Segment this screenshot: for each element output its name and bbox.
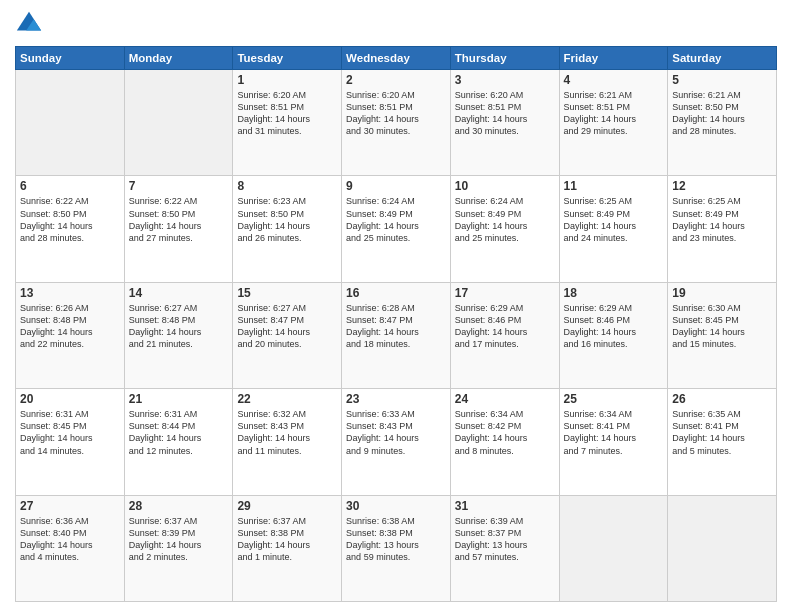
day-number: 14 bbox=[129, 286, 229, 300]
day-info: Sunrise: 6:31 AM Sunset: 8:44 PM Dayligh… bbox=[129, 408, 229, 457]
day-number: 12 bbox=[672, 179, 772, 193]
day-number: 18 bbox=[564, 286, 664, 300]
day-header-saturday: Saturday bbox=[668, 47, 777, 70]
calendar-cell: 20Sunrise: 6:31 AM Sunset: 8:45 PM Dayli… bbox=[16, 389, 125, 495]
calendar-cell bbox=[16, 70, 125, 176]
day-number: 25 bbox=[564, 392, 664, 406]
week-row-5: 27Sunrise: 6:36 AM Sunset: 8:40 PM Dayli… bbox=[16, 495, 777, 601]
day-header-thursday: Thursday bbox=[450, 47, 559, 70]
day-number: 9 bbox=[346, 179, 446, 193]
calendar-cell: 17Sunrise: 6:29 AM Sunset: 8:46 PM Dayli… bbox=[450, 282, 559, 388]
logo bbox=[15, 10, 45, 38]
calendar-cell: 5Sunrise: 6:21 AM Sunset: 8:50 PM Daylig… bbox=[668, 70, 777, 176]
day-header-friday: Friday bbox=[559, 47, 668, 70]
day-info: Sunrise: 6:28 AM Sunset: 8:47 PM Dayligh… bbox=[346, 302, 446, 351]
calendar-cell: 25Sunrise: 6:34 AM Sunset: 8:41 PM Dayli… bbox=[559, 389, 668, 495]
calendar-cell: 11Sunrise: 6:25 AM Sunset: 8:49 PM Dayli… bbox=[559, 176, 668, 282]
day-number: 19 bbox=[672, 286, 772, 300]
day-number: 8 bbox=[237, 179, 337, 193]
header-row: SundayMondayTuesdayWednesdayThursdayFrid… bbox=[16, 47, 777, 70]
day-info: Sunrise: 6:33 AM Sunset: 8:43 PM Dayligh… bbox=[346, 408, 446, 457]
calendar-cell: 10Sunrise: 6:24 AM Sunset: 8:49 PM Dayli… bbox=[450, 176, 559, 282]
logo-icon bbox=[15, 10, 43, 38]
calendar-cell: 8Sunrise: 6:23 AM Sunset: 8:50 PM Daylig… bbox=[233, 176, 342, 282]
calendar-cell: 23Sunrise: 6:33 AM Sunset: 8:43 PM Dayli… bbox=[342, 389, 451, 495]
day-info: Sunrise: 6:27 AM Sunset: 8:47 PM Dayligh… bbox=[237, 302, 337, 351]
day-info: Sunrise: 6:20 AM Sunset: 8:51 PM Dayligh… bbox=[346, 89, 446, 138]
day-info: Sunrise: 6:20 AM Sunset: 8:51 PM Dayligh… bbox=[237, 89, 337, 138]
day-info: Sunrise: 6:37 AM Sunset: 8:39 PM Dayligh… bbox=[129, 515, 229, 564]
header bbox=[15, 10, 777, 38]
calendar-cell: 13Sunrise: 6:26 AM Sunset: 8:48 PM Dayli… bbox=[16, 282, 125, 388]
day-number: 10 bbox=[455, 179, 555, 193]
day-number: 13 bbox=[20, 286, 120, 300]
day-number: 28 bbox=[129, 499, 229, 513]
calendar-cell: 27Sunrise: 6:36 AM Sunset: 8:40 PM Dayli… bbox=[16, 495, 125, 601]
day-number: 27 bbox=[20, 499, 120, 513]
calendar-cell: 16Sunrise: 6:28 AM Sunset: 8:47 PM Dayli… bbox=[342, 282, 451, 388]
day-number: 17 bbox=[455, 286, 555, 300]
calendar-cell bbox=[559, 495, 668, 601]
day-number: 2 bbox=[346, 73, 446, 87]
calendar-header: SundayMondayTuesdayWednesdayThursdayFrid… bbox=[16, 47, 777, 70]
day-number: 1 bbox=[237, 73, 337, 87]
calendar-cell: 24Sunrise: 6:34 AM Sunset: 8:42 PM Dayli… bbox=[450, 389, 559, 495]
calendar-cell: 9Sunrise: 6:24 AM Sunset: 8:49 PM Daylig… bbox=[342, 176, 451, 282]
day-number: 26 bbox=[672, 392, 772, 406]
day-info: Sunrise: 6:32 AM Sunset: 8:43 PM Dayligh… bbox=[237, 408, 337, 457]
day-number: 30 bbox=[346, 499, 446, 513]
day-info: Sunrise: 6:26 AM Sunset: 8:48 PM Dayligh… bbox=[20, 302, 120, 351]
day-info: Sunrise: 6:21 AM Sunset: 8:51 PM Dayligh… bbox=[564, 89, 664, 138]
day-info: Sunrise: 6:20 AM Sunset: 8:51 PM Dayligh… bbox=[455, 89, 555, 138]
calendar-cell: 28Sunrise: 6:37 AM Sunset: 8:39 PM Dayli… bbox=[124, 495, 233, 601]
calendar-cell: 3Sunrise: 6:20 AM Sunset: 8:51 PM Daylig… bbox=[450, 70, 559, 176]
calendar-cell: 2Sunrise: 6:20 AM Sunset: 8:51 PM Daylig… bbox=[342, 70, 451, 176]
week-row-3: 13Sunrise: 6:26 AM Sunset: 8:48 PM Dayli… bbox=[16, 282, 777, 388]
day-number: 15 bbox=[237, 286, 337, 300]
day-info: Sunrise: 6:30 AM Sunset: 8:45 PM Dayligh… bbox=[672, 302, 772, 351]
day-info: Sunrise: 6:39 AM Sunset: 8:37 PM Dayligh… bbox=[455, 515, 555, 564]
calendar-cell bbox=[124, 70, 233, 176]
day-number: 3 bbox=[455, 73, 555, 87]
day-info: Sunrise: 6:38 AM Sunset: 8:38 PM Dayligh… bbox=[346, 515, 446, 564]
calendar-cell: 15Sunrise: 6:27 AM Sunset: 8:47 PM Dayli… bbox=[233, 282, 342, 388]
calendar-cell: 18Sunrise: 6:29 AM Sunset: 8:46 PM Dayli… bbox=[559, 282, 668, 388]
day-number: 6 bbox=[20, 179, 120, 193]
day-header-wednesday: Wednesday bbox=[342, 47, 451, 70]
calendar-cell: 30Sunrise: 6:38 AM Sunset: 8:38 PM Dayli… bbox=[342, 495, 451, 601]
calendar-cell: 6Sunrise: 6:22 AM Sunset: 8:50 PM Daylig… bbox=[16, 176, 125, 282]
day-number: 31 bbox=[455, 499, 555, 513]
day-info: Sunrise: 6:23 AM Sunset: 8:50 PM Dayligh… bbox=[237, 195, 337, 244]
day-info: Sunrise: 6:34 AM Sunset: 8:41 PM Dayligh… bbox=[564, 408, 664, 457]
day-number: 4 bbox=[564, 73, 664, 87]
calendar-cell: 1Sunrise: 6:20 AM Sunset: 8:51 PM Daylig… bbox=[233, 70, 342, 176]
day-info: Sunrise: 6:22 AM Sunset: 8:50 PM Dayligh… bbox=[20, 195, 120, 244]
day-info: Sunrise: 6:24 AM Sunset: 8:49 PM Dayligh… bbox=[346, 195, 446, 244]
week-row-2: 6Sunrise: 6:22 AM Sunset: 8:50 PM Daylig… bbox=[16, 176, 777, 282]
day-header-sunday: Sunday bbox=[16, 47, 125, 70]
day-number: 23 bbox=[346, 392, 446, 406]
day-info: Sunrise: 6:35 AM Sunset: 8:41 PM Dayligh… bbox=[672, 408, 772, 457]
calendar-cell: 14Sunrise: 6:27 AM Sunset: 8:48 PM Dayli… bbox=[124, 282, 233, 388]
day-info: Sunrise: 6:27 AM Sunset: 8:48 PM Dayligh… bbox=[129, 302, 229, 351]
day-info: Sunrise: 6:22 AM Sunset: 8:50 PM Dayligh… bbox=[129, 195, 229, 244]
day-info: Sunrise: 6:25 AM Sunset: 8:49 PM Dayligh… bbox=[564, 195, 664, 244]
calendar-cell: 21Sunrise: 6:31 AM Sunset: 8:44 PM Dayli… bbox=[124, 389, 233, 495]
day-info: Sunrise: 6:24 AM Sunset: 8:49 PM Dayligh… bbox=[455, 195, 555, 244]
calendar-body: 1Sunrise: 6:20 AM Sunset: 8:51 PM Daylig… bbox=[16, 70, 777, 602]
day-number: 20 bbox=[20, 392, 120, 406]
day-number: 16 bbox=[346, 286, 446, 300]
page: SundayMondayTuesdayWednesdayThursdayFrid… bbox=[0, 0, 792, 612]
calendar-cell: 31Sunrise: 6:39 AM Sunset: 8:37 PM Dayli… bbox=[450, 495, 559, 601]
calendar-cell: 29Sunrise: 6:37 AM Sunset: 8:38 PM Dayli… bbox=[233, 495, 342, 601]
day-number: 29 bbox=[237, 499, 337, 513]
day-number: 24 bbox=[455, 392, 555, 406]
calendar-cell bbox=[668, 495, 777, 601]
calendar-cell: 7Sunrise: 6:22 AM Sunset: 8:50 PM Daylig… bbox=[124, 176, 233, 282]
day-info: Sunrise: 6:21 AM Sunset: 8:50 PM Dayligh… bbox=[672, 89, 772, 138]
week-row-1: 1Sunrise: 6:20 AM Sunset: 8:51 PM Daylig… bbox=[16, 70, 777, 176]
day-number: 11 bbox=[564, 179, 664, 193]
day-number: 22 bbox=[237, 392, 337, 406]
day-number: 5 bbox=[672, 73, 772, 87]
calendar-cell: 19Sunrise: 6:30 AM Sunset: 8:45 PM Dayli… bbox=[668, 282, 777, 388]
